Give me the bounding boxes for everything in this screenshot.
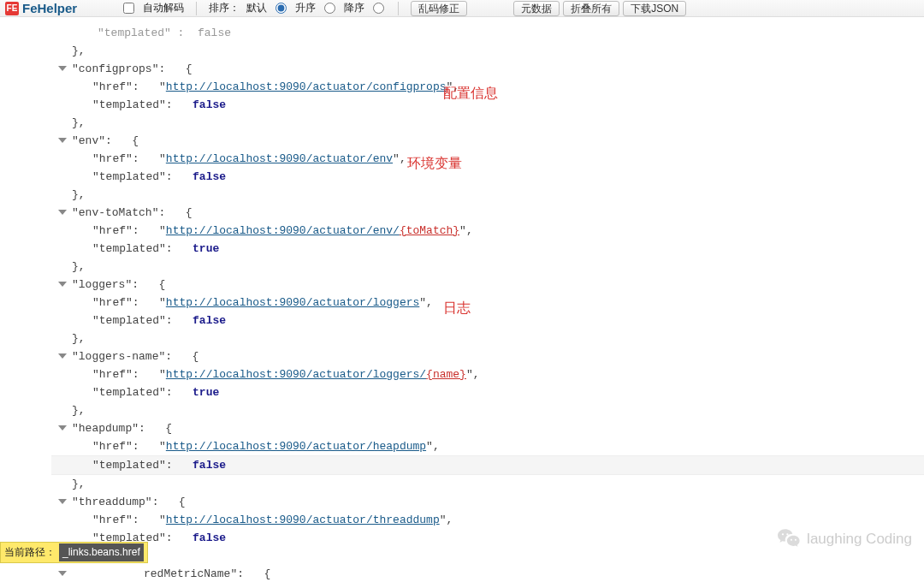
current-path-segment: _links.beans.href [59,543,144,561]
href-link[interactable]: http://localhost:9090/actuator/env [166,152,393,165]
brand-name: FeHelper [22,0,77,17]
href-link[interactable]: http://localhost:9090/actuator/heapdump [166,440,426,453]
json-key: env [79,134,98,147]
href-link[interactable]: http://localhost:9090/actuator/env/ [166,224,400,237]
href-variable[interactable]: {toMatch} [400,224,459,237]
expand-toggle-icon[interactable] [58,499,67,504]
href-link[interactable]: http://localhost:9090/actuator/threaddum… [166,514,440,526]
bool-value: false [192,98,226,111]
expand-toggle-icon[interactable] [58,138,67,143]
auto-decode-label: 自动解码 [143,0,184,17]
current-path-label: 当前路径： [4,543,56,561]
sort-opt-desc-label: 降序 [344,0,364,17]
sort-radio-asc[interactable] [324,3,335,14]
href-link[interactable]: http://localhost:9090/actuator/loggers [166,296,419,309]
auto-decode-toggle[interactable]: 自动解码 [123,0,184,17]
expand-toggle-icon[interactable] [58,66,67,71]
expand-toggle-icon[interactable] [58,425,67,431]
download-json-button[interactable]: 下载JSON [623,1,686,16]
watermark-text: laughing Coding [807,530,912,548]
bool-value: false [192,170,226,183]
brand: FE FeHelper [5,0,77,17]
bool-value: false [192,314,226,327]
bool-value: false [192,459,226,472]
json-key: loggers [79,278,126,291]
metadata-button[interactable]: 元数据 [513,1,560,16]
current-path-bar: 当前路径： _links.beans.href [0,542,148,563]
json-key: env-toMatch [79,206,152,219]
expand-toggle-icon[interactable] [58,282,67,287]
brace-close: }, [72,45,86,57]
annotation-label: 配置信息 [443,84,498,102]
annotation-label: 环境变量 [407,154,462,172]
href-link[interactable]: http://localhost:9090/actuator/loggers/ [166,368,426,381]
bool-value: true [192,386,219,399]
auto-decode-checkbox[interactable] [123,3,134,14]
json-key: threaddump [79,496,145,508]
json-key: heapdump [79,422,132,435]
sort-label: 排序： [209,0,240,17]
sort-opt-asc-label: 升序 [295,0,316,17]
href-variable[interactable]: {name} [426,368,466,381]
brand-logo-icon: FE [5,2,19,15]
garbage-fix-button[interactable]: 乱码修正 [411,1,467,16]
right-buttons: 元数据 折叠所有 下载JSON [513,1,686,16]
href-link[interactable]: http://localhost:9090/actuator/configpro… [166,80,447,93]
bool-value: false [192,532,226,544]
bool-value: true [192,242,219,255]
json-key: redMetricName [144,567,230,580]
expand-toggle-icon[interactable] [58,571,67,576]
partial-line: "templated" : false [98,27,231,39]
annotation-label: 日志 [443,299,471,317]
json-key: configprops [79,62,152,75]
toolbar: FE FeHelper 自动解码 排序： 默认 升序 降序 乱码修正 元数据 折… [0,0,924,17]
separator-icon [398,2,399,15]
expand-toggle-icon[interactable] [58,353,67,359]
sort-opt-default-label: 默认 [246,0,267,17]
sort-radio-desc[interactable] [373,3,384,14]
json-key: loggers-name [79,350,159,363]
collapse-all-button[interactable]: 折叠所有 [563,1,619,16]
wechat-icon [778,529,800,548]
json-viewer: "templated" : false},"configprops": {"hr… [0,17,924,582]
sort-radio-default[interactable] [275,3,287,14]
expand-toggle-icon[interactable] [58,210,67,215]
sort-group: 排序： 默认 升序 降序 [209,0,386,17]
watermark: laughing Coding [778,529,912,548]
separator-icon [196,2,197,15]
